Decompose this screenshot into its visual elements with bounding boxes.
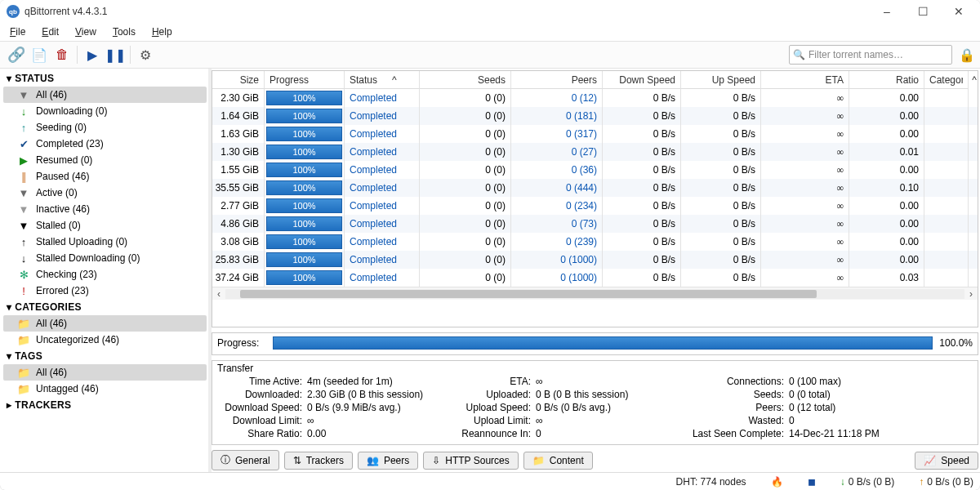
menu-view[interactable]: View [69, 24, 103, 39]
sidebar-status-item[interactable]: ↓Downloading (0) [3, 103, 207, 119]
table-row[interactable]: 2.30 GiB100%Completed0 (0)0 (12)0 B/s0 B… [212, 89, 978, 107]
add-link-button[interactable]: 🔗 [5, 43, 28, 66]
cell-category [924, 251, 969, 269]
tab-http-sources[interactable]: ⇩HTTP Sources [423, 452, 518, 470]
k-downloaded: Downloaded: [217, 389, 307, 400]
cell-status: Completed [345, 179, 420, 197]
cell-peers: 0 (317) [511, 125, 603, 143]
cell-size: 2.77 GiB [212, 197, 265, 215]
table-hscrollbar[interactable]: ‹› [212, 287, 978, 300]
menu-help[interactable]: Help [145, 24, 179, 39]
sidebar-item-label: Downloading (0) [36, 105, 107, 117]
tab-content[interactable]: 📁Content [523, 452, 593, 470]
status-header[interactable]: ▾STATUS [3, 70, 207, 87]
close-button[interactable]: ✕ [941, 0, 977, 23]
tab-peers[interactable]: 👥Peers [358, 452, 418, 470]
sidebar-status-item[interactable]: ✻Checking (23) [3, 266, 207, 283]
status-filter-icon: ↓ [18, 105, 29, 118]
categories-header[interactable]: ▾CATEGORIES [3, 299, 207, 315]
cell-up-speed: 0 B/s [681, 143, 761, 161]
sidebar-item-label: Stalled (0) [36, 220, 81, 231]
lock-icon[interactable]: 🔒 [959, 47, 975, 63]
col-down-speed[interactable]: Down Speed [603, 71, 681, 89]
table-row[interactable]: 25.83 GiB100%Completed0 (0)0 (1000)0 B/s… [212, 251, 978, 269]
maximize-button[interactable]: ☐ [905, 0, 941, 23]
tab-speed[interactable]: 📈Speed [915, 452, 978, 470]
sidebar-status-item[interactable]: ▼All (46) [3, 87, 207, 103]
table-row[interactable]: 4.86 GiB100%Completed0 (0)0 (73)0 B/s0 B… [212, 215, 978, 233]
sidebar-tag-item[interactable]: 📁Untagged (46) [3, 381, 207, 397]
sidebar-status-item[interactable]: ▼Inactive (46) [3, 201, 207, 217]
k-seeds: Seeds: [683, 389, 789, 400]
cell-size: 2.30 GiB [212, 89, 265, 107]
cell-status: Completed [345, 215, 420, 233]
col-category[interactable]: Category^ [924, 71, 969, 89]
table-row[interactable]: 1.55 GiB100%Completed0 (0)0 (36)0 B/s0 B… [212, 161, 978, 179]
sidebar-status-item[interactable]: ▼Stalled (0) [3, 217, 207, 234]
sidebar-status-item[interactable]: ✔Completed (23) [3, 136, 207, 152]
cell-size: 1.64 GiB [212, 107, 265, 125]
cell-category [924, 179, 969, 197]
sidebar-status-item[interactable]: !Errored (23) [3, 283, 207, 299]
sidebar-status-item[interactable]: ▶Resumed (0) [3, 152, 207, 168]
filter-input[interactable]: 🔍 Filter torrent names… [789, 45, 952, 65]
cell-progress: 100% [265, 125, 345, 143]
settings-button[interactable]: ⚙ [134, 43, 157, 66]
sidebar-tag-item[interactable]: 📁All (46) [3, 364, 207, 381]
cell-eta: ∞ [761, 233, 849, 251]
sidebar-category-item[interactable]: 📁Uncategorized (46) [3, 332, 207, 348]
col-up-speed[interactable]: Up Speed [681, 71, 761, 89]
menu-tools[interactable]: Tools [106, 24, 142, 39]
sidebar-category-item[interactable]: 📁All (46) [3, 315, 207, 332]
tab-general[interactable]: ⓘGeneral [212, 450, 279, 470]
sidebar-status-item[interactable]: ↑Seeding (0) [3, 119, 207, 136]
v-connections: 0 (100 max) [789, 376, 911, 387]
cell-category [924, 125, 969, 143]
table-row[interactable]: 1.30 GiB100%Completed0 (0)0 (27)0 B/s0 B… [212, 143, 978, 161]
add-file-button[interactable]: 📄 [28, 43, 51, 66]
cell-eta: ∞ [761, 179, 849, 197]
col-status[interactable]: Status^ [345, 71, 420, 89]
sidebar-item-label: Uncategorized (46) [36, 334, 119, 345]
cell-eta: ∞ [761, 269, 849, 287]
col-size[interactable]: Size [212, 71, 265, 89]
cell-eta: ∞ [761, 251, 849, 269]
sidebar-status-item[interactable]: ‖Paused (46) [3, 168, 207, 185]
pause-button[interactable]: ❚❚ [104, 43, 127, 66]
sidebar-status-item[interactable]: ↓Stalled Downloading (0) [3, 250, 207, 266]
minimize-button[interactable]: – [869, 0, 905, 23]
table-row[interactable]: 3.08 GiB100%Completed0 (0)0 (239)0 B/s0 … [212, 233, 978, 251]
cell-peers: 0 (1000) [511, 251, 603, 269]
delete-button[interactable]: 🗑 [51, 43, 74, 66]
table-row[interactable]: 1.64 GiB100%Completed0 (0)0 (181)0 B/s0 … [212, 107, 978, 125]
cell-down-speed: 0 B/s [603, 269, 681, 287]
tags-header[interactable]: ▾TAGS [3, 348, 207, 364]
cell-progress: 100% [265, 107, 345, 125]
col-progress[interactable]: Progress [265, 71, 345, 89]
sidebar-item-label: Paused (46) [36, 171, 89, 182]
sidebar-status-item[interactable]: ▼Active (0) [3, 185, 207, 201]
cell-status: Completed [345, 269, 420, 287]
col-peers[interactable]: Peers [511, 71, 603, 89]
col-seeds[interactable]: Seeds [420, 71, 511, 89]
cell-category [924, 215, 969, 233]
cell-progress: 100% [265, 197, 345, 215]
app-icon [7, 5, 20, 18]
sidebar-item-label: All (46) [36, 89, 67, 100]
sidebar-item-label: Stalled Uploading (0) [36, 236, 127, 247]
table-row[interactable]: 1.63 GiB100%Completed0 (0)0 (317)0 B/s0 … [212, 125, 978, 143]
sidebar-status-item[interactable]: ↑Stalled Uploading (0) [3, 234, 207, 250]
col-ratio[interactable]: Ratio [849, 71, 924, 89]
status-filter-icon: ‖ [18, 171, 29, 183]
table-row[interactable]: 35.55 GiB100%Completed0 (0)0 (444)0 B/s0… [212, 179, 978, 197]
trackers-header[interactable]: ▸TRACKERS [3, 397, 207, 413]
col-eta[interactable]: ETA [761, 71, 849, 89]
cell-status: Completed [345, 197, 420, 215]
table-row[interactable]: 2.77 GiB100%Completed0 (0)0 (234)0 B/s0 … [212, 197, 978, 215]
menu-file[interactable]: File [3, 24, 32, 39]
table-row[interactable]: 37.24 GiB100%Completed0 (0)0 (1000)0 B/s… [212, 269, 978, 287]
cell-peers: 0 (27) [511, 143, 603, 161]
resume-button[interactable]: ▶ [81, 43, 104, 66]
menu-edit[interactable]: Edit [35, 24, 65, 39]
tab-trackers[interactable]: ⇅Trackers [284, 452, 353, 470]
